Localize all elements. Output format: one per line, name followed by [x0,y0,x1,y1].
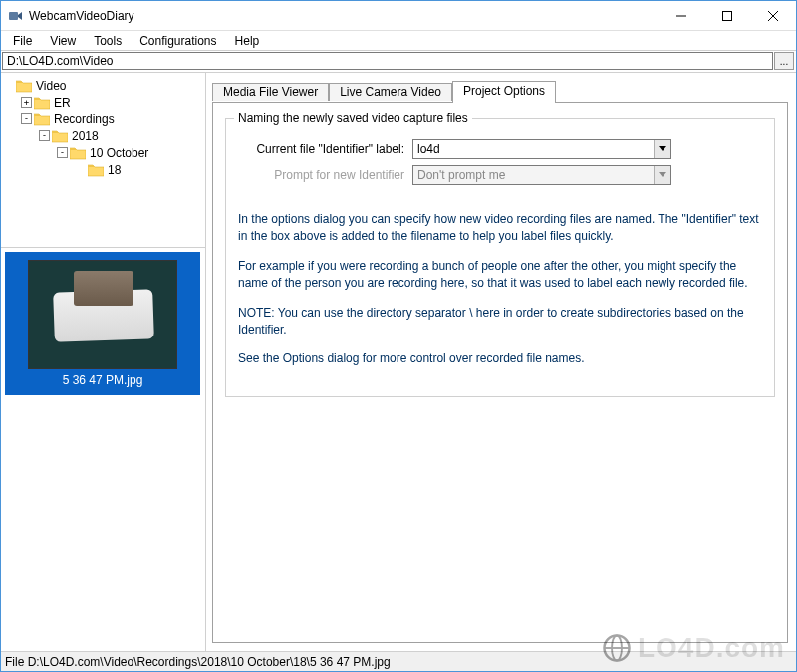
info-paragraph: In the options dialog you can specify ho… [238,211,762,246]
browse-button[interactable]: ... [774,52,794,70]
app-icon [7,8,23,24]
thumbnail-item[interactable]: 5 36 47 PM.jpg [5,252,200,395]
menubar: File View Tools Configurations Help [1,31,796,51]
identifier-combo[interactable] [412,139,671,159]
menu-configurations[interactable]: Configurations [132,33,224,49]
folder-tree[interactable]: Video+ER-Recordings-2018-10 October18 [1,73,205,247]
menu-view[interactable]: View [42,33,84,49]
tree-item-label: 10 October [90,146,148,160]
tree-item-label: Video [36,79,66,93]
dropdown-arrow-icon [654,166,670,184]
identifier-label: Current file "Identifier" label: [238,142,412,156]
window-title: WebcamVideoDiary [29,9,659,23]
maximize-button[interactable] [704,1,750,31]
tree-item[interactable]: Video [3,77,203,94]
watermark: LO4D.com [602,632,785,664]
thumbnail-pane: 5 36 47 PM.jpg [1,247,205,651]
naming-groupbox: Naming the newly saved video capture fil… [225,118,775,397]
tree-expander-icon[interactable]: - [39,130,50,141]
groupbox-title: Naming the newly saved video capture fil… [234,112,472,125]
tab-project-options[interactable]: Project Options [452,81,556,103]
tabs: Media File ViewerLive Camera VideoProjec… [212,81,788,103]
minimize-button[interactable] [659,1,704,31]
pathbar: ... [1,51,796,73]
tab-live-camera-video[interactable]: Live Camera Video [329,83,452,101]
tree-item[interactable]: -2018 [3,127,203,144]
tree-item-label: 18 [108,163,121,177]
path-input[interactable] [2,52,773,70]
svg-rect-0 [9,12,18,20]
prompt-label: Prompt for new Identifier [238,168,412,182]
menu-file[interactable]: File [5,33,40,49]
info-paragraph: NOTE: You can use the directory separato… [238,305,762,339]
prompt-combo [412,165,671,185]
dropdown-arrow-icon[interactable] [654,140,670,158]
prompt-input [413,166,654,184]
status-text: File D:\LO4D.com\Video\Recordings\2018\1… [5,655,391,669]
tree-item-label: 2018 [72,129,99,143]
globe-icon [602,633,632,663]
tree-expander-icon[interactable]: - [57,147,68,158]
tree-item[interactable]: -10 October [3,144,203,161]
tree-item[interactable]: 18 [3,161,203,178]
thumbnail-image [28,260,177,369]
menu-tools[interactable]: Tools [86,33,130,49]
tree-expander-icon[interactable]: - [21,113,32,124]
info-text: In the options dialog you can specify ho… [238,211,762,368]
identifier-input[interactable] [413,140,654,158]
tree-expander-icon[interactable]: + [21,97,32,108]
tree-item[interactable]: +ER [3,94,203,111]
tree-item-label: Recordings [54,112,115,126]
thumbnail-caption: 5 36 47 PM.jpg [63,373,143,387]
tree-item-label: ER [54,96,71,110]
svg-rect-2 [723,11,732,20]
menu-help[interactable]: Help [227,33,268,49]
tab-content-project-options: Naming the newly saved video capture fil… [212,102,788,643]
info-paragraph: See the Options dialog for more control … [238,350,762,367]
info-paragraph: For example if you were recording a bunc… [238,258,762,293]
tab-media-file-viewer[interactable]: Media File Viewer [212,83,329,101]
titlebar: WebcamVideoDiary [1,1,796,31]
close-button[interactable] [750,1,796,31]
tree-item[interactable]: -Recordings [3,111,203,127]
